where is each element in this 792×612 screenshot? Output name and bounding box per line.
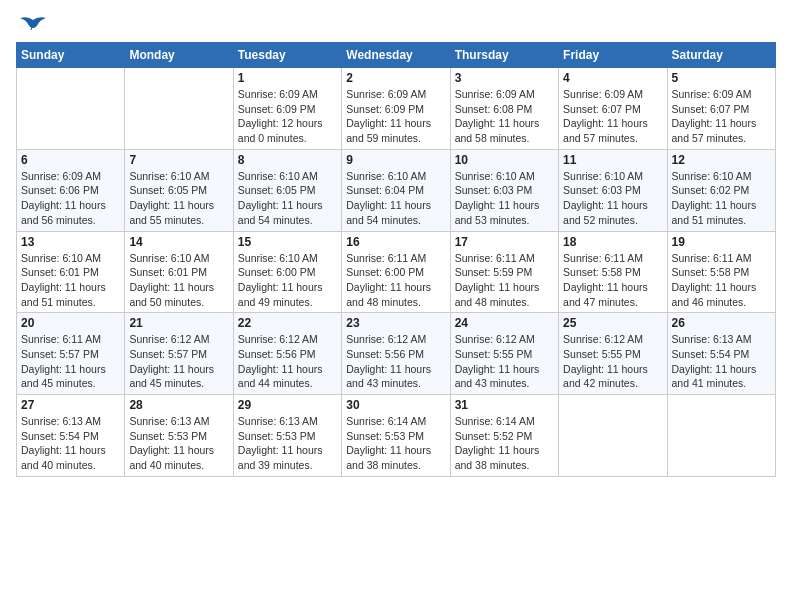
day-number: 24 <box>455 316 554 330</box>
calendar-cell: 1Sunrise: 6:09 AMSunset: 6:09 PMDaylight… <box>233 68 341 150</box>
calendar-cell: 22Sunrise: 6:12 AMSunset: 5:56 PMDayligh… <box>233 313 341 395</box>
calendar-cell: 28Sunrise: 6:13 AMSunset: 5:53 PMDayligh… <box>125 395 233 477</box>
day-info: Sunrise: 6:10 AMSunset: 6:03 PMDaylight:… <box>455 169 554 228</box>
day-number: 13 <box>21 235 120 249</box>
day-info: Sunrise: 6:09 AMSunset: 6:06 PMDaylight:… <box>21 169 120 228</box>
day-number: 28 <box>129 398 228 412</box>
calendar-body: 1Sunrise: 6:09 AMSunset: 6:09 PMDaylight… <box>17 68 776 477</box>
calendar-cell: 29Sunrise: 6:13 AMSunset: 5:53 PMDayligh… <box>233 395 341 477</box>
calendar-cell: 14Sunrise: 6:10 AMSunset: 6:01 PMDayligh… <box>125 231 233 313</box>
day-number: 20 <box>21 316 120 330</box>
day-info: Sunrise: 6:10 AMSunset: 6:01 PMDaylight:… <box>129 251 228 310</box>
day-info: Sunrise: 6:14 AMSunset: 5:53 PMDaylight:… <box>346 414 445 473</box>
calendar-cell: 27Sunrise: 6:13 AMSunset: 5:54 PMDayligh… <box>17 395 125 477</box>
calendar-table: SundayMondayTuesdayWednesdayThursdayFrid… <box>16 42 776 477</box>
day-number: 11 <box>563 153 662 167</box>
day-info: Sunrise: 6:11 AMSunset: 5:58 PMDaylight:… <box>672 251 771 310</box>
calendar-cell: 18Sunrise: 6:11 AMSunset: 5:58 PMDayligh… <box>559 231 667 313</box>
day-info: Sunrise: 6:10 AMSunset: 6:00 PMDaylight:… <box>238 251 337 310</box>
calendar-cell <box>125 68 233 150</box>
day-number: 8 <box>238 153 337 167</box>
calendar-cell: 20Sunrise: 6:11 AMSunset: 5:57 PMDayligh… <box>17 313 125 395</box>
day-info: Sunrise: 6:10 AMSunset: 6:01 PMDaylight:… <box>21 251 120 310</box>
header-thursday: Thursday <box>450 43 558 68</box>
day-number: 18 <box>563 235 662 249</box>
calendar-cell: 21Sunrise: 6:12 AMSunset: 5:57 PMDayligh… <box>125 313 233 395</box>
calendar-cell: 11Sunrise: 6:10 AMSunset: 6:03 PMDayligh… <box>559 149 667 231</box>
day-info: Sunrise: 6:12 AMSunset: 5:55 PMDaylight:… <box>455 332 554 391</box>
day-info: Sunrise: 6:12 AMSunset: 5:55 PMDaylight:… <box>563 332 662 391</box>
day-info: Sunrise: 6:09 AMSunset: 6:07 PMDaylight:… <box>672 87 771 146</box>
calendar-cell: 13Sunrise: 6:10 AMSunset: 6:01 PMDayligh… <box>17 231 125 313</box>
day-number: 12 <box>672 153 771 167</box>
week-row-0: 1Sunrise: 6:09 AMSunset: 6:09 PMDaylight… <box>17 68 776 150</box>
header-monday: Monday <box>125 43 233 68</box>
day-info: Sunrise: 6:12 AMSunset: 5:56 PMDaylight:… <box>346 332 445 391</box>
day-number: 22 <box>238 316 337 330</box>
calendar-cell: 19Sunrise: 6:11 AMSunset: 5:58 PMDayligh… <box>667 231 775 313</box>
day-info: Sunrise: 6:13 AMSunset: 5:54 PMDaylight:… <box>21 414 120 473</box>
day-number: 6 <box>21 153 120 167</box>
calendar-cell <box>667 395 775 477</box>
header-saturday: Saturday <box>667 43 775 68</box>
day-number: 26 <box>672 316 771 330</box>
day-info: Sunrise: 6:13 AMSunset: 5:53 PMDaylight:… <box>238 414 337 473</box>
calendar-cell <box>559 395 667 477</box>
calendar-cell: 8Sunrise: 6:10 AMSunset: 6:05 PMDaylight… <box>233 149 341 231</box>
calendar-cell: 7Sunrise: 6:10 AMSunset: 6:05 PMDaylight… <box>125 149 233 231</box>
day-number: 27 <box>21 398 120 412</box>
week-row-4: 27Sunrise: 6:13 AMSunset: 5:54 PMDayligh… <box>17 395 776 477</box>
header-tuesday: Tuesday <box>233 43 341 68</box>
day-number: 15 <box>238 235 337 249</box>
day-number: 21 <box>129 316 228 330</box>
day-info: Sunrise: 6:12 AMSunset: 5:56 PMDaylight:… <box>238 332 337 391</box>
day-number: 4 <box>563 71 662 85</box>
calendar-cell: 26Sunrise: 6:13 AMSunset: 5:54 PMDayligh… <box>667 313 775 395</box>
week-row-1: 6Sunrise: 6:09 AMSunset: 6:06 PMDaylight… <box>17 149 776 231</box>
day-number: 5 <box>672 71 771 85</box>
day-number: 2 <box>346 71 445 85</box>
header-wednesday: Wednesday <box>342 43 450 68</box>
day-info: Sunrise: 6:14 AMSunset: 5:52 PMDaylight:… <box>455 414 554 473</box>
header-friday: Friday <box>559 43 667 68</box>
calendar-cell <box>17 68 125 150</box>
calendar-cell: 5Sunrise: 6:09 AMSunset: 6:07 PMDaylight… <box>667 68 775 150</box>
header-sunday: Sunday <box>17 43 125 68</box>
day-number: 7 <box>129 153 228 167</box>
calendar-cell: 24Sunrise: 6:12 AMSunset: 5:55 PMDayligh… <box>450 313 558 395</box>
calendar-cell: 12Sunrise: 6:10 AMSunset: 6:02 PMDayligh… <box>667 149 775 231</box>
day-number: 19 <box>672 235 771 249</box>
day-info: Sunrise: 6:11 AMSunset: 6:00 PMDaylight:… <box>346 251 445 310</box>
week-row-2: 13Sunrise: 6:10 AMSunset: 6:01 PMDayligh… <box>17 231 776 313</box>
day-info: Sunrise: 6:10 AMSunset: 6:05 PMDaylight:… <box>238 169 337 228</box>
day-number: 14 <box>129 235 228 249</box>
day-info: Sunrise: 6:10 AMSunset: 6:02 PMDaylight:… <box>672 169 771 228</box>
calendar-cell: 30Sunrise: 6:14 AMSunset: 5:53 PMDayligh… <box>342 395 450 477</box>
day-number: 29 <box>238 398 337 412</box>
week-row-3: 20Sunrise: 6:11 AMSunset: 5:57 PMDayligh… <box>17 313 776 395</box>
day-number: 23 <box>346 316 445 330</box>
calendar-cell: 25Sunrise: 6:12 AMSunset: 5:55 PMDayligh… <box>559 313 667 395</box>
day-info: Sunrise: 6:11 AMSunset: 5:57 PMDaylight:… <box>21 332 120 391</box>
day-number: 3 <box>455 71 554 85</box>
day-info: Sunrise: 6:11 AMSunset: 5:58 PMDaylight:… <box>563 251 662 310</box>
day-info: Sunrise: 6:13 AMSunset: 5:54 PMDaylight:… <box>672 332 771 391</box>
calendar-cell: 6Sunrise: 6:09 AMSunset: 6:06 PMDaylight… <box>17 149 125 231</box>
calendar-cell: 17Sunrise: 6:11 AMSunset: 5:59 PMDayligh… <box>450 231 558 313</box>
logo <box>16 16 48 34</box>
day-info: Sunrise: 6:10 AMSunset: 6:03 PMDaylight:… <box>563 169 662 228</box>
calendar-cell: 2Sunrise: 6:09 AMSunset: 6:09 PMDaylight… <box>342 68 450 150</box>
calendar-cell: 16Sunrise: 6:11 AMSunset: 6:00 PMDayligh… <box>342 231 450 313</box>
day-info: Sunrise: 6:13 AMSunset: 5:53 PMDaylight:… <box>129 414 228 473</box>
day-number: 10 <box>455 153 554 167</box>
day-info: Sunrise: 6:09 AMSunset: 6:08 PMDaylight:… <box>455 87 554 146</box>
day-info: Sunrise: 6:09 AMSunset: 6:07 PMDaylight:… <box>563 87 662 146</box>
day-info: Sunrise: 6:10 AMSunset: 6:04 PMDaylight:… <box>346 169 445 228</box>
page-header <box>16 16 776 34</box>
day-number: 9 <box>346 153 445 167</box>
calendar-cell: 31Sunrise: 6:14 AMSunset: 5:52 PMDayligh… <box>450 395 558 477</box>
logo-bird-icon <box>18 16 48 38</box>
calendar-header-row: SundayMondayTuesdayWednesdayThursdayFrid… <box>17 43 776 68</box>
day-info: Sunrise: 6:12 AMSunset: 5:57 PMDaylight:… <box>129 332 228 391</box>
calendar-cell: 4Sunrise: 6:09 AMSunset: 6:07 PMDaylight… <box>559 68 667 150</box>
